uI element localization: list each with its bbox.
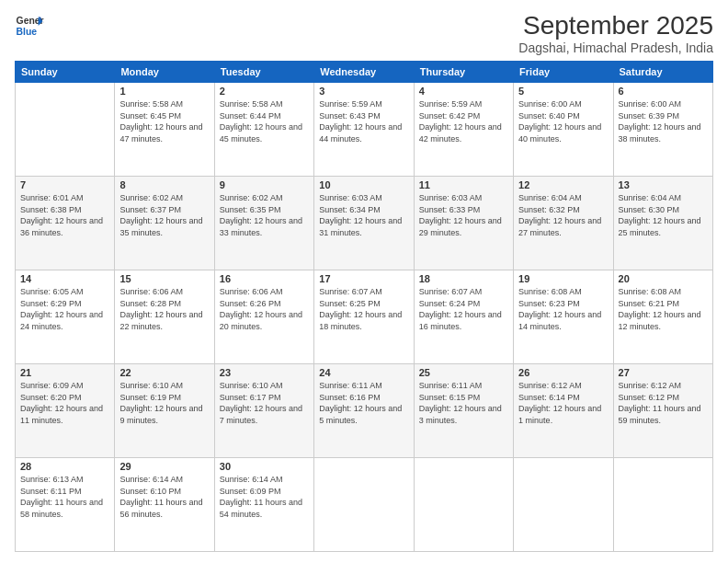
day-number: 18 [419, 273, 508, 284]
day-info: Sunrise: 6:11 AMSunset: 6:16 PMDaylight:… [319, 380, 408, 426]
calendar-cell: 1Sunrise: 5:58 AMSunset: 6:45 PMDaylight… [115, 83, 214, 177]
day-number: 19 [518, 273, 608, 284]
day-number: 8 [119, 179, 209, 190]
calendar-cell: 21Sunrise: 6:09 AMSunset: 6:20 PMDayligh… [16, 364, 115, 458]
calendar-cell: 17Sunrise: 6:07 AMSunset: 6:25 PMDayligh… [314, 270, 414, 364]
calendar-cell: 26Sunrise: 6:12 AMSunset: 6:14 PMDayligh… [514, 364, 613, 458]
col-thursday: Thursday [414, 62, 513, 83]
day-number: 9 [220, 179, 309, 190]
col-wednesday: Wednesday [314, 62, 414, 83]
calendar-week-3: 14Sunrise: 6:05 AMSunset: 6:29 PMDayligh… [16, 270, 713, 364]
calendar-cell: 25Sunrise: 6:11 AMSunset: 6:15 PMDayligh… [414, 364, 513, 458]
day-number: 21 [20, 367, 109, 378]
day-info: Sunrise: 5:58 AMSunset: 6:45 PMDaylight:… [119, 98, 209, 144]
calendar-cell [314, 458, 414, 552]
day-number: 1 [119, 86, 209, 97]
calendar-cell: 7Sunrise: 6:01 AMSunset: 6:38 PMDaylight… [16, 177, 115, 270]
day-info: Sunrise: 6:10 AMSunset: 6:19 PMDaylight:… [119, 380, 209, 426]
day-info: Sunrise: 6:11 AMSunset: 6:15 PMDaylight:… [419, 380, 508, 426]
calendar-cell: 13Sunrise: 6:04 AMSunset: 6:30 PMDayligh… [613, 177, 712, 270]
day-info: Sunrise: 6:06 AMSunset: 6:26 PMDaylight:… [220, 286, 309, 332]
calendar-cell: 28Sunrise: 6:13 AMSunset: 6:11 PMDayligh… [16, 458, 115, 552]
day-info: Sunrise: 6:07 AMSunset: 6:24 PMDaylight:… [419, 286, 508, 332]
day-number: 22 [119, 367, 209, 378]
page: General Blue September 2025 Dagshai, Him… [0, 0, 728, 563]
title-block: September 2025 Dagshai, Himachal Pradesh… [518, 11, 713, 55]
calendar-cell: 18Sunrise: 6:07 AMSunset: 6:24 PMDayligh… [414, 270, 513, 364]
calendar-cell: 3Sunrise: 5:59 AMSunset: 6:43 PMDaylight… [314, 83, 414, 177]
subtitle: Dagshai, Himachal Pradesh, India [518, 40, 713, 55]
calendar-cell: 6Sunrise: 6:00 AMSunset: 6:39 PMDaylight… [613, 83, 712, 177]
calendar-cell: 19Sunrise: 6:08 AMSunset: 6:23 PMDayligh… [514, 270, 613, 364]
day-info: Sunrise: 6:02 AMSunset: 6:37 PMDaylight:… [119, 192, 209, 238]
calendar-cell: 16Sunrise: 6:06 AMSunset: 6:26 PMDayligh… [214, 270, 313, 364]
day-info: Sunrise: 6:02 AMSunset: 6:35 PMDaylight:… [220, 192, 309, 238]
calendar-cell [16, 83, 115, 177]
main-title: September 2025 [518, 11, 713, 40]
calendar-cell: 24Sunrise: 6:11 AMSunset: 6:16 PMDayligh… [314, 364, 414, 458]
calendar-cell: 14Sunrise: 6:05 AMSunset: 6:29 PMDayligh… [16, 270, 115, 364]
calendar-cell: 15Sunrise: 6:06 AMSunset: 6:28 PMDayligh… [115, 270, 214, 364]
day-number: 17 [319, 273, 408, 284]
calendar-cell: 2Sunrise: 5:58 AMSunset: 6:44 PMDaylight… [214, 83, 313, 177]
calendar-cell: 22Sunrise: 6:10 AMSunset: 6:19 PMDayligh… [115, 364, 214, 458]
calendar-cell [613, 458, 712, 552]
day-number: 12 [518, 179, 608, 190]
day-info: Sunrise: 6:07 AMSunset: 6:25 PMDaylight:… [319, 286, 408, 332]
day-info: Sunrise: 6:06 AMSunset: 6:28 PMDaylight:… [119, 286, 209, 332]
header: General Blue September 2025 Dagshai, Him… [15, 11, 713, 55]
day-info: Sunrise: 6:00 AMSunset: 6:39 PMDaylight:… [619, 98, 708, 144]
day-info: Sunrise: 6:09 AMSunset: 6:20 PMDaylight:… [20, 380, 109, 426]
day-number: 13 [619, 179, 708, 190]
day-number: 23 [220, 367, 309, 378]
day-info: Sunrise: 6:14 AMSunset: 6:09 PMDaylight:… [220, 474, 309, 520]
day-info: Sunrise: 6:08 AMSunset: 6:21 PMDaylight:… [619, 286, 708, 332]
day-number: 6 [619, 86, 708, 97]
day-info: Sunrise: 6:04 AMSunset: 6:30 PMDaylight:… [619, 192, 708, 238]
day-info: Sunrise: 6:12 AMSunset: 6:12 PMDaylight:… [619, 380, 708, 426]
day-number: 28 [20, 461, 109, 472]
col-friday: Friday [514, 62, 613, 83]
calendar-table: Sunday Monday Tuesday Wednesday Thursday… [15, 61, 713, 552]
day-number: 7 [20, 179, 109, 190]
day-number: 10 [319, 179, 408, 190]
calendar-cell: 29Sunrise: 6:14 AMSunset: 6:10 PMDayligh… [115, 458, 214, 552]
day-number: 26 [518, 367, 608, 378]
calendar-cell: 4Sunrise: 5:59 AMSunset: 6:42 PMDaylight… [414, 83, 513, 177]
calendar-cell: 8Sunrise: 6:02 AMSunset: 6:37 PMDaylight… [115, 177, 214, 270]
calendar-header-row: Sunday Monday Tuesday Wednesday Thursday… [16, 62, 713, 83]
calendar-week-2: 7Sunrise: 6:01 AMSunset: 6:38 PMDaylight… [16, 177, 713, 270]
day-info: Sunrise: 6:01 AMSunset: 6:38 PMDaylight:… [20, 192, 109, 238]
calendar-cell: 10Sunrise: 6:03 AMSunset: 6:34 PMDayligh… [314, 177, 414, 270]
day-info: Sunrise: 5:59 AMSunset: 6:43 PMDaylight:… [319, 98, 408, 144]
calendar-cell: 5Sunrise: 6:00 AMSunset: 6:40 PMDaylight… [514, 83, 613, 177]
calendar-week-5: 28Sunrise: 6:13 AMSunset: 6:11 PMDayligh… [16, 458, 713, 552]
calendar-cell: 9Sunrise: 6:02 AMSunset: 6:35 PMDaylight… [214, 177, 313, 270]
col-tuesday: Tuesday [214, 62, 313, 83]
day-info: Sunrise: 6:08 AMSunset: 6:23 PMDaylight:… [518, 286, 608, 332]
day-info: Sunrise: 6:10 AMSunset: 6:17 PMDaylight:… [220, 380, 309, 426]
day-number: 16 [220, 273, 309, 284]
logo: General Blue [15, 11, 44, 40]
day-number: 25 [419, 367, 508, 378]
calendar-week-1: 1Sunrise: 5:58 AMSunset: 6:45 PMDaylight… [16, 83, 713, 177]
day-number: 20 [619, 273, 708, 284]
day-info: Sunrise: 6:00 AMSunset: 6:40 PMDaylight:… [518, 98, 608, 144]
day-info: Sunrise: 6:13 AMSunset: 6:11 PMDaylight:… [20, 474, 109, 520]
day-info: Sunrise: 6:05 AMSunset: 6:29 PMDaylight:… [20, 286, 109, 332]
svg-text:Blue: Blue [17, 27, 38, 37]
col-monday: Monday [115, 62, 214, 83]
calendar-week-4: 21Sunrise: 6:09 AMSunset: 6:20 PMDayligh… [16, 364, 713, 458]
col-sunday: Sunday [16, 62, 115, 83]
day-info: Sunrise: 6:12 AMSunset: 6:14 PMDaylight:… [518, 380, 608, 426]
calendar-cell: 30Sunrise: 6:14 AMSunset: 6:09 PMDayligh… [214, 458, 313, 552]
day-number: 3 [319, 86, 408, 97]
calendar-cell: 12Sunrise: 6:04 AMSunset: 6:32 PMDayligh… [514, 177, 613, 270]
day-number: 2 [220, 86, 309, 97]
day-info: Sunrise: 5:59 AMSunset: 6:42 PMDaylight:… [419, 98, 508, 144]
day-number: 24 [319, 367, 408, 378]
day-number: 14 [20, 273, 109, 284]
day-info: Sunrise: 6:03 AMSunset: 6:33 PMDaylight:… [419, 192, 508, 238]
logo-icon: General Blue [15, 11, 44, 40]
day-number: 27 [619, 367, 708, 378]
